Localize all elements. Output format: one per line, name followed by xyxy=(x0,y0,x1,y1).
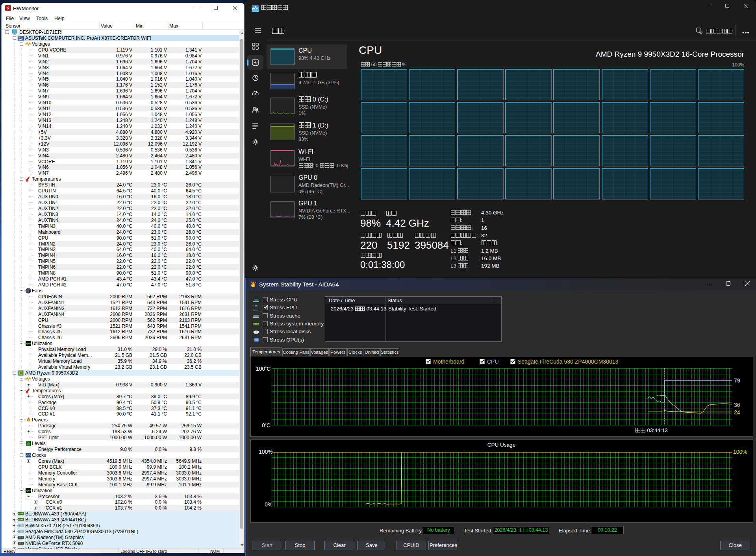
svg-text:123: 123 xyxy=(253,305,258,308)
